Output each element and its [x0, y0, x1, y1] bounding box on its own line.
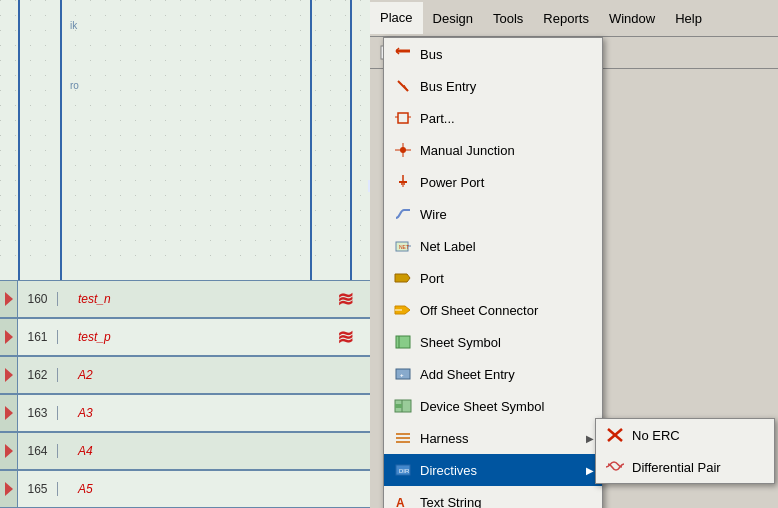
bus-icon — [392, 43, 414, 65]
wire-icon — [392, 203, 414, 225]
menu-item-sheet-symbol[interactable]: Sheet Symbol — [384, 326, 602, 358]
row-name: test_n — [58, 292, 320, 306]
device-sheet-icon — [392, 395, 414, 417]
table-row: 165 A5 — [0, 470, 370, 508]
menu-item-power-port[interactable]: Power Port — [384, 166, 602, 198]
menu-item-no-erc[interactable]: No ERC — [596, 419, 774, 451]
menu-tools[interactable]: Tools — [483, 3, 533, 34]
off-sheet-icon — [392, 299, 414, 321]
svg-text:NET: NET — [399, 244, 409, 250]
menu-item-text-string[interactable]: A Text String — [384, 486, 602, 508]
port-icon — [392, 267, 414, 289]
row-indicator — [5, 292, 13, 306]
sheet-symbol-icon — [392, 331, 414, 353]
bus-entry-icon — [392, 75, 414, 97]
table-row: 162 A2 — [0, 356, 370, 394]
menu-item-part[interactable]: Part... — [384, 102, 602, 134]
menu-item-harness[interactable]: Harness ▶ — [384, 422, 602, 454]
net-label-icon: NET — [392, 235, 414, 257]
svg-text:+: + — [400, 372, 404, 378]
row-symbol: ≋ — [320, 325, 370, 349]
svg-rect-8 — [398, 113, 408, 123]
diff-symbol-2: ≋ — [337, 325, 354, 349]
menubar: Place Design Tools Reports Window Help — [370, 0, 778, 37]
row-indicator — [5, 368, 13, 382]
table-row: 160 test_n ≋ — [0, 280, 370, 318]
row-marker — [0, 471, 18, 507]
menu-item-add-sheet-entry[interactable]: + Add Sheet Entry — [384, 358, 602, 390]
menu-design[interactable]: Design — [423, 3, 483, 34]
row-number: 163 — [18, 406, 58, 420]
sch-label-2: ro — [70, 80, 79, 91]
row-number: 161 — [18, 330, 58, 344]
menu-item-device-sheet-symbol[interactable]: Device Sheet Symbol — [384, 390, 602, 422]
row-name: A2 — [58, 368, 320, 382]
row-indicator — [5, 444, 13, 458]
menu-item-wire[interactable]: Wire — [384, 198, 602, 230]
no-erc-icon — [604, 424, 626, 446]
junction-icon — [392, 139, 414, 161]
table-row: 161 test_p ≋ — [0, 318, 370, 356]
table-row: 164 A4 — [0, 432, 370, 470]
menu-item-bus-entry[interactable]: Bus Entry — [384, 70, 602, 102]
harness-submenu-arrow: ▶ — [586, 433, 594, 444]
table-row: 163 A3 — [0, 394, 370, 432]
row-number: 160 — [18, 292, 58, 306]
harness-icon — [392, 427, 414, 449]
row-number: 165 — [18, 482, 58, 496]
diff-symbol: ≋ — [337, 287, 354, 311]
row-marker — [0, 281, 18, 317]
row-marker — [0, 433, 18, 469]
text-string-icon: A — [392, 491, 414, 508]
power-port-icon — [392, 171, 414, 193]
row-marker — [0, 319, 18, 355]
row-number: 162 — [18, 368, 58, 382]
svg-marker-30 — [395, 404, 402, 408]
menu-window[interactable]: Window — [599, 3, 665, 34]
part-icon — [392, 107, 414, 129]
menu-item-bus[interactable]: Bus — [384, 38, 602, 70]
row-indicator — [5, 482, 13, 496]
schematic-area: ik ro ited 160 test_n ≋ 161 test_p ≋ — [0, 0, 370, 508]
sheet-entry-icon: + — [392, 363, 414, 385]
schematic-rows: 160 test_n ≋ 161 test_p ≋ 162 A2 — [0, 280, 370, 508]
svg-rect-24 — [396, 336, 410, 348]
directives-icon: DIR — [392, 459, 414, 481]
row-indicator — [5, 330, 13, 344]
menu-item-directives[interactable]: DIR Directives ▶ — [384, 454, 602, 486]
menu-place[interactable]: Place — [370, 2, 423, 34]
sch-label-1: ik — [70, 20, 77, 31]
svg-text:DIR: DIR — [399, 468, 410, 474]
row-symbol: ≋ — [320, 287, 370, 311]
menu-item-net-label[interactable]: NET Net Label — [384, 230, 602, 262]
row-name: A4 — [58, 444, 320, 458]
menu-item-differential-pair[interactable]: Differential Pair — [596, 451, 774, 483]
row-name: A3 — [58, 406, 320, 420]
row-name: A5 — [58, 482, 320, 496]
directives-submenu-arrow: ▶ — [586, 465, 594, 476]
menu-item-manual-junction[interactable]: Manual Junction — [384, 134, 602, 166]
diff-pair-icon — [604, 456, 626, 478]
place-dropdown-menu: Bus Bus Entry Part... — [383, 37, 603, 508]
menu-help[interactable]: Help — [665, 3, 712, 34]
svg-marker-21 — [395, 274, 410, 282]
row-marker — [0, 357, 18, 393]
row-number: 164 — [18, 444, 58, 458]
menu-item-port[interactable]: Port — [384, 262, 602, 294]
menu-item-off-sheet-connector[interactable]: Off Sheet Connector — [384, 294, 602, 326]
menu-reports[interactable]: Reports — [533, 3, 599, 34]
row-name: test_p — [58, 330, 320, 344]
directives-submenu: No ERC Differential Pair — [595, 418, 775, 484]
svg-text:A: A — [396, 496, 405, 508]
row-indicator — [5, 406, 13, 420]
row-marker — [0, 395, 18, 431]
